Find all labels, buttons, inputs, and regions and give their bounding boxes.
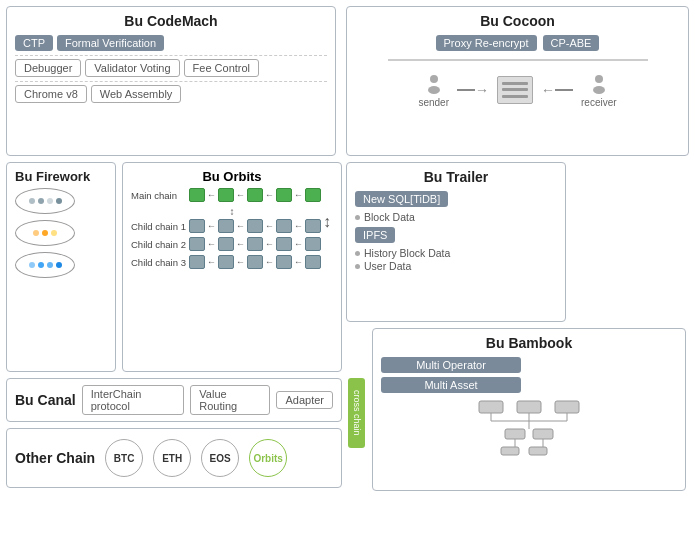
down-arrow1: ↕ (230, 206, 235, 217)
c1-arr2: ← (236, 221, 245, 231)
main-chain-blocks: ← ← ← ← (189, 188, 333, 202)
receiver-icon (588, 73, 610, 95)
bullet3 (355, 264, 360, 269)
canal-tag3: Adapter (276, 391, 333, 409)
eth-circle: ETH (153, 439, 191, 477)
sender-person: sender (418, 73, 449, 108)
c2-arr2: ← (236, 239, 245, 249)
c3-block5 (305, 255, 321, 269)
bullet2 (355, 251, 360, 256)
codemach-row3: Chrome v8 Web Assembly (15, 85, 327, 103)
c1-block5 (305, 219, 321, 233)
c3-block3 (247, 255, 263, 269)
c3-block1 (189, 255, 205, 269)
cross-chain-text: cross chain (352, 390, 362, 436)
tag-debugger: Debugger (15, 59, 81, 77)
c2-arr1: ← (207, 239, 216, 249)
trailer-item1-text: Block Data (364, 211, 415, 223)
dot3 (47, 198, 53, 204)
tag-formal-verification: Formal Verification (57, 35, 164, 51)
eos-circle: EOS (201, 439, 239, 477)
c1-arr4: ← (294, 221, 303, 231)
right-arrow: ← (541, 83, 573, 97)
tag-ctp: CTP (15, 35, 53, 51)
trailer-item3: User Data (355, 260, 557, 272)
child1-label: Child chain 1 (131, 221, 189, 232)
oval3 (15, 252, 75, 278)
svg-rect-16 (501, 447, 519, 455)
child3-label: Child chain 3 (131, 257, 189, 268)
c3-arr2: ← (236, 257, 245, 267)
svg-point-1 (428, 86, 440, 94)
oval2 (15, 220, 75, 246)
child2-label: Child chain 2 (131, 239, 189, 250)
svg-point-3 (593, 86, 605, 94)
tag-chrome-v8: Chrome v8 (15, 85, 87, 103)
cocoon-diagram: sender → ← (418, 73, 616, 108)
dot5 (33, 230, 39, 236)
svg-rect-4 (479, 401, 503, 413)
btc-label: BTC (114, 453, 135, 464)
oval-container (15, 188, 107, 278)
main-chain-row: Main chain ← ← ← ← (131, 188, 333, 202)
trailer-tag1: New SQL[TiDB] (355, 191, 448, 207)
c3-arr4: ← (294, 257, 303, 267)
codemach-row2: Debugger Validator Voting Fee Control (15, 59, 327, 77)
oval1 (15, 188, 75, 214)
eos-label: EOS (210, 453, 231, 464)
dot11 (56, 262, 62, 268)
arr4: ← (294, 190, 303, 200)
tag-fee-control: Fee Control (184, 59, 259, 77)
bambook-tag2: Multi Asset (381, 377, 521, 393)
c2-block4 (276, 237, 292, 251)
dot1 (29, 198, 35, 204)
main-block2 (218, 188, 234, 202)
trailer-item3-text: User Data (364, 260, 411, 272)
divider1 (15, 55, 327, 56)
child2-row: Child chain 2 ← ← ← ← (131, 237, 333, 251)
svg-rect-17 (529, 447, 547, 455)
vert-arrows-top: ↕ (131, 206, 333, 217)
c3-arr1: ← (207, 257, 216, 267)
c2-block1 (189, 237, 205, 251)
trailer-item2-text: History Block Data (364, 247, 450, 259)
orbits-label: Orbits (253, 453, 282, 464)
c1-block1 (189, 219, 205, 233)
codemach-title: Bu CodeMach (15, 13, 327, 29)
cocoon-tags: Proxy Re-encrypt CP-ABE (436, 35, 600, 51)
canal-tag2: Value Routing (190, 385, 270, 415)
orbits-circle: Orbits (249, 439, 287, 477)
bambook-tag1-wrap: Multi Operator (381, 357, 677, 373)
trailer-tag1-wrap: New SQL[TiDB] (355, 191, 557, 210)
server-line3 (502, 95, 528, 98)
dot9 (38, 262, 44, 268)
otherchain-title: Other Chain (15, 450, 95, 466)
tag-web-assembly: Web Assembly (91, 85, 182, 103)
btc-circle: BTC (105, 439, 143, 477)
main-block1 (189, 188, 205, 202)
otherchain-panel: Other Chain BTC ETH EOS Orbits (6, 428, 342, 488)
org-chart-svg (469, 399, 589, 459)
svg-rect-6 (555, 401, 579, 413)
c2-block3 (247, 237, 263, 251)
dots-row1 (29, 198, 62, 204)
bambook-diagram (381, 399, 677, 459)
arr3: ← (265, 190, 274, 200)
cocoon-content: Proxy Re-encrypt CP-ABE sender → (355, 35, 680, 108)
cocoon-title: Bu Cocoon (355, 13, 680, 29)
trailer-tag2-wrap: IPFS (355, 227, 557, 246)
firework-title: Bu Firework (15, 169, 107, 184)
sender-icon (423, 73, 445, 95)
child2-blocks: ← ← ← ← (189, 237, 333, 251)
canal-panel: Bu Canal InterChain protocol Value Routi… (6, 378, 342, 422)
c1-arr1: ← (207, 221, 216, 231)
main-block4 (276, 188, 292, 202)
arrow-left-icon: ← (541, 83, 555, 97)
eth-label: ETH (162, 453, 182, 464)
svg-rect-5 (517, 401, 541, 413)
receiver-person: receiver (581, 73, 617, 108)
c3-block4 (276, 255, 292, 269)
cocoon-panel: Bu Cocoon Proxy Re-encrypt CP-ABE sender… (346, 6, 689, 156)
svg-rect-13 (533, 429, 553, 439)
cocoon-divider (388, 59, 648, 61)
